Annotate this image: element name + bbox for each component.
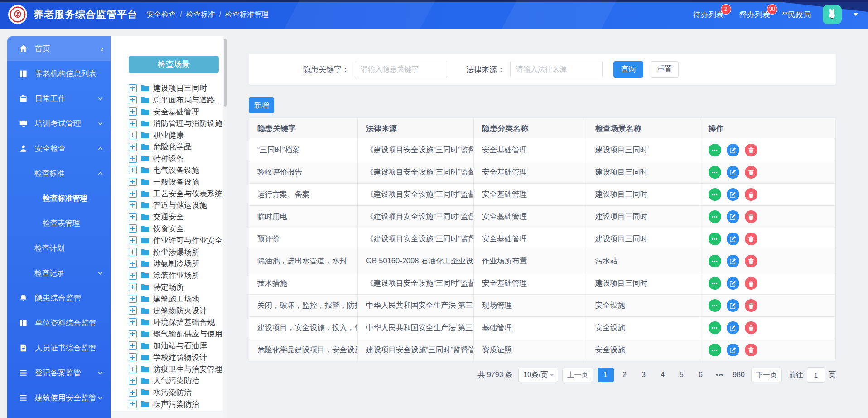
tree-item[interactable]: 建筑物防火设计 [129, 305, 227, 316]
more-button[interactable]: ••• [709, 233, 721, 245]
expand-plus-icon[interactable] [129, 330, 137, 338]
delete-button[interactable] [745, 210, 757, 223]
supervise-list-link[interactable]: 督办列表38 [739, 10, 770, 20]
tree-item[interactable]: 加油站与石油库 [129, 340, 227, 352]
tree-item[interactable]: 学校建筑物设计 [129, 351, 227, 363]
delete-button[interactable] [745, 321, 757, 334]
page-number[interactable]: 5 [674, 368, 690, 382]
tree-item[interactable]: 作业许可与作业安全 [129, 234, 227, 246]
expand-plus-icon[interactable] [129, 400, 137, 408]
tree-item[interactable]: 管道与储运设施 [129, 199, 227, 211]
tree-item[interactable]: 大气污染防治 [129, 375, 227, 387]
more-button[interactable]: ••• [709, 166, 721, 179]
tree-item[interactable]: 燃气输配供应与使用 [129, 328, 227, 340]
tree-item[interactable]: 危险化学品 [129, 141, 227, 153]
tree-item[interactable]: 环境保护基础合规 [129, 316, 227, 328]
expand-plus-icon[interactable] [129, 190, 137, 198]
delete-button[interactable] [745, 344, 757, 356]
edit-button[interactable] [727, 299, 739, 312]
expand-plus-icon[interactable] [129, 260, 137, 268]
law-filter-input[interactable] [510, 61, 603, 78]
expand-plus-icon[interactable] [129, 143, 137, 151]
expand-plus-icon[interactable] [129, 201, 137, 209]
sidebar-item[interactable]: 日常工作 [7, 86, 111, 111]
tree-item[interactable]: 建筑施工场地 [129, 293, 227, 305]
page-number[interactable]: 4 [655, 368, 671, 382]
next-page-button[interactable]: 下一页 [751, 368, 782, 382]
breadcrumb-item[interactable]: 安全检查 [147, 10, 176, 19]
expand-plus-icon[interactable] [129, 272, 137, 280]
tree-item[interactable]: 工艺安全与仪表系统 [129, 188, 227, 199]
more-button[interactable]: ••• [709, 299, 721, 312]
keyword-filter-input[interactable] [355, 61, 447, 78]
tree-scrollbar-thumb[interactable] [224, 39, 227, 107]
expand-plus-icon[interactable] [129, 166, 137, 174]
chevron-down-icon[interactable] [854, 13, 858, 16]
sidebar-item[interactable]: 人员证书综合监管 [7, 335, 111, 360]
delete-button[interactable] [745, 166, 757, 179]
tree-item[interactable]: 特种设备 [129, 153, 227, 165]
sidebar-item[interactable]: 安全检查 [7, 136, 111, 161]
tree-item[interactable]: 防疫卫生与治安管理 [129, 363, 227, 375]
sidebar-item[interactable]: 单位资料综合监管 [7, 311, 111, 335]
expand-plus-icon[interactable] [129, 224, 137, 233]
tree-item[interactable]: 饮食安全 [129, 223, 227, 235]
more-button[interactable]: ••• [709, 188, 721, 201]
expand-plus-icon[interactable] [129, 377, 137, 385]
search-button[interactable]: 查询 [613, 61, 643, 78]
scene-tree-header-button[interactable]: 检查场景 [129, 56, 219, 73]
edit-button[interactable] [727, 255, 739, 267]
avatar[interactable] [823, 5, 842, 24]
expand-plus-icon[interactable] [129, 389, 137, 397]
expand-plus-icon[interactable] [129, 365, 137, 373]
sidebar-item[interactable]: 检查表管理 [7, 211, 111, 236]
sidebar-item[interactable]: 检查记录 [7, 261, 111, 286]
edit-button[interactable] [727, 233, 739, 245]
edit-button[interactable] [727, 210, 739, 223]
expand-plus-icon[interactable] [129, 341, 137, 350]
expand-plus-icon[interactable] [129, 84, 137, 92]
tree-item[interactable]: 特定场所 [129, 282, 227, 293]
expand-plus-icon[interactable] [129, 131, 137, 139]
delete-button[interactable] [745, 277, 757, 290]
page-number[interactable]: 3 [636, 368, 652, 382]
add-button[interactable]: 新增 [249, 97, 274, 113]
expand-plus-icon[interactable] [129, 306, 137, 315]
tree-item[interactable]: 消防管理与消防设施 [129, 117, 227, 129]
more-button[interactable]: ••• [709, 321, 721, 334]
more-button[interactable]: ••• [709, 144, 721, 156]
tree-item[interactable]: 安全基础管理 [129, 106, 227, 118]
expand-plus-icon[interactable] [129, 283, 137, 291]
sidebar-item[interactable]: 首页‹ [7, 36, 111, 61]
sidebar-item[interactable]: 登记备案监管 [7, 360, 111, 385]
sidebar-item[interactable]: 养老机构信息列表 [7, 61, 111, 86]
tree-scrollbar[interactable] [223, 36, 227, 418]
more-button[interactable]: ••• [709, 344, 721, 356]
goto-page-input[interactable] [807, 367, 825, 383]
tree-item[interactable]: 职业健康 [129, 129, 227, 141]
edit-button[interactable] [727, 277, 739, 290]
expand-plus-icon[interactable] [129, 96, 137, 104]
more-button[interactable]: ••• [709, 255, 721, 267]
page-number[interactable]: ••• [712, 368, 728, 382]
sidebar-item[interactable]: 检查标准管理 [7, 186, 111, 211]
tree-item[interactable]: 涂装作业场所 [129, 270, 227, 282]
tree-hscroll-track[interactable] [111, 411, 223, 418]
tree-item[interactable]: 建设项目三同时 [129, 83, 227, 94]
tree-item[interactable]: 涉氨制冷场所 [129, 258, 227, 270]
page-number[interactable]: 980 [731, 368, 747, 382]
sidebar-item[interactable]: 检查计划 [7, 236, 111, 261]
tree-item[interactable]: 总平面布局与道路... [129, 94, 227, 106]
page-size-select[interactable]: 10条/页 [518, 368, 558, 382]
sidebar-item[interactable]: 建筑使用安全监管 [7, 385, 111, 410]
todo-list-link[interactable]: 待办列表2 [693, 10, 724, 20]
delete-button[interactable] [745, 188, 757, 201]
tree-item[interactable]: 粉尘涉爆场所 [129, 246, 227, 258]
edit-button[interactable] [727, 188, 739, 201]
delete-button[interactable] [745, 255, 757, 267]
page-number[interactable]: 6 [693, 368, 709, 382]
expand-plus-icon[interactable] [129, 236, 137, 244]
collapse-sidebar-icon[interactable]: ‹ [101, 44, 103, 53]
sidebar-item[interactable]: 培训考试管理 [7, 111, 111, 136]
expand-plus-icon[interactable] [129, 248, 137, 256]
